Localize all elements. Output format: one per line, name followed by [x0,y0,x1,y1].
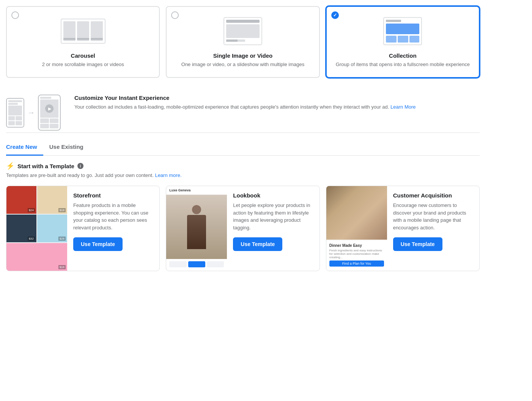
arrow-icon: → [27,108,35,117]
tab-use-existing[interactable]: Use Existing [43,139,90,156]
template-card-storefront: $24 $18 $32 $28 $16 [6,186,160,271]
customer-acquisition-desc: Encourage new customers to discover your… [393,202,473,231]
svg-rect-15 [386,36,397,43]
bolt-icon: ⚡ [6,162,14,170]
customer-acquisition-info: Customer Acquisition Encourage new custo… [387,186,479,270]
collection-icon [380,16,425,46]
storefront-inner: $24 $18 $32 $28 $16 [6,186,159,271]
storefront-desc: Feature products in a mobile shopping ex… [73,202,153,231]
template-learn-more[interactable]: Learn more. [155,172,181,178]
customer-card-bottom: Dinner Made Easy Fresh ingredients and e… [326,240,387,270]
lookbook-name: Lookbook [233,192,313,199]
svg-rect-6 [91,38,103,40]
carousel-title: Carousel [13,52,153,59]
customize-section: → ▶ Customize Your Instant Experience [6,87,480,133]
customize-phones-icon: → ▶ [6,95,67,125]
template-cards-container: $24 $18 $32 $28 $16 [6,186,480,271]
carousel-icon [60,16,106,46]
customize-description: Your collection ad includes a fast-loadi… [74,103,416,111]
format-card-single[interactable]: Single Image or Video One image or video… [166,6,320,78]
template-heading-text: Start with a Template [17,163,74,169]
svg-rect-11 [226,39,238,42]
lookbook-use-template-button[interactable]: Use Template [233,237,282,251]
single-radio [171,11,179,19]
find-plan-button: Find a Plan for You [329,260,384,267]
format-card-carousel[interactable]: Carousel 2 or more scrollable images or … [6,6,160,78]
svg-rect-16 [398,36,408,43]
lookbook-person [166,195,227,259]
storefront-thumbnail: $24 $18 $32 $28 $16 [6,186,67,271]
lookbook-thumbnail: Luxe Geneva [166,186,227,270]
storefront-use-template-button[interactable]: Use Template [73,237,123,251]
svg-rect-8 [226,20,260,23]
template-heading: ⚡ Start with a Template i [6,162,480,170]
storefront-info: Storefront Feature products in a mobile … [67,186,159,271]
single-title: Single Image or Video [173,52,313,59]
lookbook-desc: Let people explore your products in acti… [233,202,313,231]
svg-rect-4 [63,38,76,40]
lookbook-info: Lookbook Let people explore your product… [227,186,319,270]
food-image [326,186,387,240]
svg-rect-5 [77,38,89,40]
carousel-radio [11,11,19,19]
customer-acquisition-inner: Dinner Made Easy Fresh ingredients and e… [326,186,479,270]
lookbook-footer-btn-3 [207,261,224,267]
carousel-desc: 2 or more scrollable images or videos [13,61,153,68]
lookbook-inner: Luxe Geneva [166,186,319,270]
template-section: ⚡ Start with a Template i Templates are … [6,156,480,277]
collection-title: Collection [333,52,473,59]
lookbook-footer-btn-1 [169,261,186,267]
svg-rect-9 [226,24,260,38]
storefront-name: Storefront [73,192,153,199]
collection-desc: Group of items that opens into a fullscr… [333,61,473,68]
template-card-lookbook: Luxe Geneva [166,186,320,271]
format-cards-container: Carousel 2 or more scrollable images or … [6,6,480,78]
customer-acquisition-thumbnail: Dinner Made Easy Fresh ingredients and e… [326,186,387,270]
lookbook-header: Luxe Geneva [166,186,227,195]
svg-rect-13 [386,20,401,22]
tab-create-new[interactable]: Create New [6,139,43,156]
lookbook-footer-btn-2 [188,261,205,267]
customize-text: Customize Your Instant Experience Your c… [74,95,416,111]
svg-rect-14 [386,24,419,34]
single-icon [220,16,266,46]
customer-acquisition-use-template-button[interactable]: Use Template [393,237,442,251]
svg-rect-17 [409,36,419,43]
customize-title: Customize Your Instant Experience [74,95,416,101]
template-card-customer-acquisition: Dinner Made Easy Fresh ingredients and e… [326,186,480,271]
customer-acquisition-name: Customer Acquisition [393,192,473,199]
tabs-container: Create New Use Existing [6,139,480,156]
customize-learn-more[interactable]: Learn More [390,104,416,110]
format-card-collection[interactable]: Collection Group of items that opens int… [326,6,480,78]
single-desc: One image or video, or a slideshow with … [173,61,313,68]
template-subtext: Templates are pre-built and ready to go.… [6,172,480,178]
collection-radio [331,11,339,19]
info-icon[interactable]: i [77,163,83,169]
lookbook-footer [166,259,227,270]
